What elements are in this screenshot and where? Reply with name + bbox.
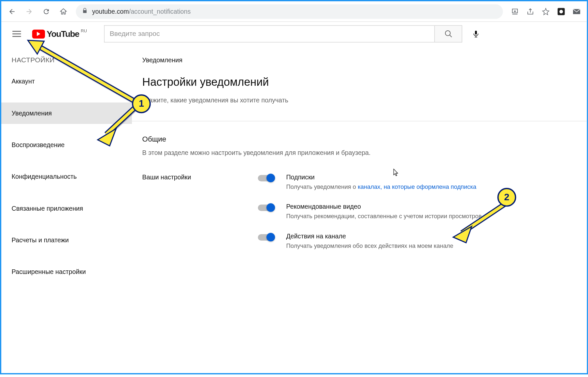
youtube-header: YouTube RU [1,22,587,46]
page-subtitle: Укажите, какие уведомления вы хотите пол… [142,97,577,104]
sidebar-item-connected-apps[interactable]: Связанные приложения [1,198,132,219]
extension-icon[interactable] [554,5,568,18]
youtube-logo[interactable]: YouTube [32,29,79,39]
share-app-icon[interactable] [523,5,537,18]
toggle-row-channel-activity: Действия на канале Получать уведомления … [258,233,577,249]
toggle-row-subscriptions: Подписки Получать уведомления о каналах,… [258,173,577,190]
back-button[interactable] [5,4,19,19]
toggle-row-recommended: Рекомендованные видео Получать рекоменда… [258,203,577,219]
page-title: Настройки уведомлений [142,75,577,89]
youtube-logo-text: YouTube [47,29,79,39]
sidebar-item-notifications[interactable]: Уведомления [1,102,132,124]
install-app-icon[interactable] [508,5,522,18]
voice-search-button[interactable] [467,25,485,43]
divider [132,121,587,121]
section-label: Уведомления [142,56,577,63]
svg-rect-3 [475,31,477,35]
search-form [104,25,462,43]
general-description: В этом разделе можно настроить уведомлен… [142,149,577,156]
toggle-description: Получать уведомления о каналах, на котор… [286,183,577,190]
sidebar-item-billing[interactable]: Расчеты и платежи [1,230,132,251]
sidebar-item-playback[interactable]: Воспроизведение [1,134,132,156]
youtube-play-icon [32,29,45,38]
toggle-description: Получать уведомления обо всех действиях … [286,242,577,249]
refresh-button[interactable] [39,4,54,19]
region-label: RU [81,28,87,33]
subscription-channels-link[interactable]: каналах, на которые оформлена подписка [358,183,476,190]
browser-chrome-bar: youtube.com/account_notifications [1,1,587,22]
sidebar-item-advanced[interactable]: Расширенные настройки [1,261,132,283]
forward-button[interactable] [22,4,36,19]
toggle-subscriptions[interactable] [258,175,274,182]
hamburger-icon [12,31,21,37]
sidebar-title: НАСТРОЙКИ [1,53,132,71]
toggle-title: Действия на канале [286,233,577,240]
general-heading: Общие [142,135,577,143]
cursor-icon [393,169,399,177]
home-button[interactable] [56,4,71,19]
bookmark-star-icon[interactable] [539,5,552,18]
prefs-label: Ваши настройки [142,173,258,180]
toggle-title: Рекомендованные видео [286,203,577,210]
lock-icon [82,8,88,15]
sidebar-item-privacy[interactable]: Конфиденциальность [1,166,132,188]
toggle-title: Подписки [286,173,577,180]
search-icon [444,30,452,38]
address-bar[interactable]: youtube.com/account_notifications [76,4,503,19]
svg-point-2 [445,31,450,36]
search-input[interactable] [104,25,435,43]
sidebar-item-account[interactable]: Аккаунт [1,71,132,92]
toggle-recommended[interactable] [258,204,274,211]
microphone-icon [472,29,480,38]
settings-content: Уведомления Настройки уведомлений Укажит… [132,46,587,373]
hamburger-menu-button[interactable] [8,25,25,43]
toggle-channel-activity[interactable] [258,234,274,241]
url-text: youtube.com/account_notifications [92,8,191,15]
mail-icon[interactable] [570,5,583,18]
search-button[interactable] [434,25,462,43]
toggle-description: Получать рекомендации, составленные с уч… [286,213,577,219]
settings-sidebar: НАСТРОЙКИ Аккаунт Уведомления Воспроизве… [1,46,132,373]
svg-point-1 [559,9,563,13]
